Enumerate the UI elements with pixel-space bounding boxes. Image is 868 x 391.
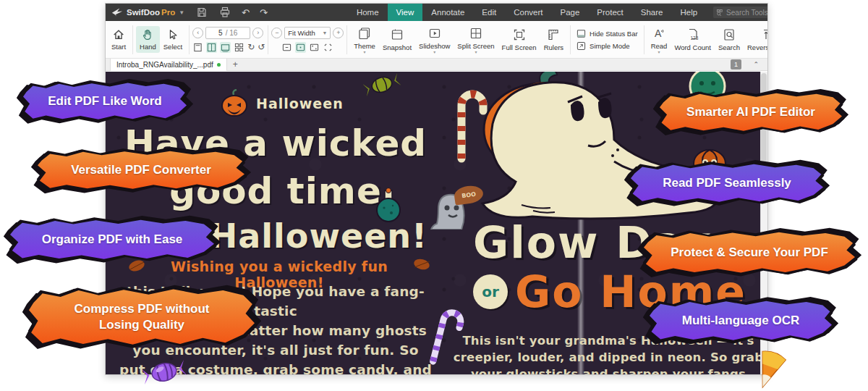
theme-button[interactable]: Theme▾ — [350, 24, 379, 56]
zoom-out-button[interactable]: − — [271, 28, 282, 38]
rulers-icon — [546, 28, 561, 42]
menu-protect[interactable]: Protect — [588, 4, 631, 21]
app-logo-icon — [111, 7, 123, 17]
search-tools-placeholder: Search Tools — [726, 9, 767, 17]
simple-mode-toggle[interactable]: Simple Mode — [576, 41, 638, 51]
word-count-button[interactable]: 123 Word Count — [671, 25, 715, 54]
two-page-view-icon[interactable] — [206, 42, 217, 53]
menu-home[interactable]: Home — [348, 4, 388, 21]
rulers-button[interactable]: Rulers — [540, 25, 567, 54]
hand-icon — [141, 28, 154, 41]
brand-name: SwifDooPro — [127, 8, 175, 17]
prev-page-button[interactable]: ‹ — [192, 28, 203, 38]
zoom-in-button[interactable]: + — [333, 28, 344, 38]
or-circle: or — [473, 274, 508, 309]
brand-dropdown-caret[interactable]: ▼ — [179, 9, 184, 16]
title-bar: SwifDooPro ▼ ↶ ↷ Home View Annotate Edit… — [106, 4, 767, 21]
read-icon: A — [652, 26, 666, 41]
page-current: 5 — [218, 29, 223, 37]
undo-icon[interactable]: ↶ — [242, 7, 250, 18]
snapshot-icon — [390, 28, 404, 42]
hide-status-bar-toggle[interactable]: Hide Status Bar — [576, 29, 638, 38]
rotate-left-icon[interactable]: ↺ — [258, 42, 265, 53]
brand-edition: Pro — [161, 8, 175, 17]
page-number-box[interactable]: 5 / 16 — [205, 27, 250, 39]
banner-compress-pdf: Compress PDF without Losing Quality — [29, 287, 255, 347]
tab-bar: Introba_RNGAvailability_...pdf + 1 ⌃ — [106, 59, 767, 71]
search-tools-icon — [717, 9, 723, 16]
split-screen-button[interactable]: Split Screen▾ — [454, 24, 498, 56]
banner-organize-pdf: Organize PDF with Ease — [10, 219, 214, 261]
actual-size-icon[interactable] — [281, 42, 292, 53]
search-button[interactable]: Search — [715, 25, 744, 54]
banner-protect-pdf: Protect & Secure Your PDF — [644, 231, 855, 274]
banner-label: Multi-language OCR — [671, 313, 811, 329]
purple-candy-icon — [142, 356, 187, 388]
leaf-icon-right — [412, 257, 431, 272]
split-screen-icon — [469, 26, 483, 41]
potion-bottle-icon — [373, 188, 404, 225]
single-page-view-icon[interactable] — [192, 42, 203, 53]
banner-read-pdf: Read PDF Seamlessly — [631, 163, 823, 203]
banner-label: Organize PDF with Ease — [30, 232, 195, 248]
menu-page[interactable]: Page — [551, 4, 588, 21]
banner-label: Versatile PDF Converter — [59, 162, 223, 178]
page-total: / 16 — [226, 29, 238, 37]
banner-label: Read PDF Seamlessly — [651, 175, 803, 191]
zoom-select[interactable]: Fit Width ▼ — [284, 27, 331, 39]
word-count-icon: 123 — [686, 28, 700, 42]
theme-icon — [357, 26, 372, 41]
rotate-right-icon[interactable]: ↻ — [247, 42, 255, 53]
reverse-view-icon — [761, 28, 767, 42]
hand-tool-button[interactable]: Hand — [136, 26, 160, 53]
hide-status-bar-icon — [576, 29, 586, 38]
menu-edit[interactable]: Edit — [473, 4, 505, 21]
redo-icon[interactable]: ↷ — [260, 7, 268, 18]
fit-page-icon[interactable] — [309, 42, 320, 53]
collapse-toolbar-chevron[interactable]: ⌃ — [753, 59, 759, 70]
snapshot-button[interactable]: Snapshot — [379, 25, 415, 54]
menu-view[interactable]: View — [388, 4, 423, 21]
full-screen-icon — [512, 28, 527, 42]
print-icon[interactable] — [219, 7, 231, 18]
document-tab[interactable]: Introba_RNGAvailability_...pdf — [110, 59, 227, 71]
banner-label: Compress PDF without Losing Quality — [51, 301, 232, 333]
saved-indicator-dot — [217, 63, 221, 67]
search-doc-icon — [722, 28, 736, 42]
slideshow-button[interactable]: Slideshow▾ — [415, 24, 454, 56]
menu-share[interactable]: Share — [632, 4, 672, 21]
candy-corn-icon — [751, 350, 787, 390]
banner-label: Edit PDF Like Word — [36, 93, 173, 109]
slideshow-icon — [427, 26, 442, 41]
menu-convert[interactable]: Convert — [505, 4, 551, 21]
poster-brand: Halloween — [256, 96, 344, 112]
view-toolbar: Start Hand Select ‹ 5 / 16 › — [106, 21, 767, 59]
save-icon[interactable] — [196, 7, 208, 18]
page-navigation-group: ‹ 5 / 16 › ↻ ↺ — [192, 27, 265, 53]
fit-visible-icon[interactable] — [323, 42, 333, 53]
select-tool-button[interactable]: Select — [160, 26, 186, 53]
banner-label: Protect & Secure Your PDF — [659, 245, 840, 261]
svg-text:123: 123 — [690, 35, 698, 41]
start-button[interactable]: Start — [108, 26, 129, 53]
banner-multilanguage-ocr: Multi-language OCR — [650, 300, 832, 342]
banner-versatile-converter: Versatile PDF Converter — [38, 150, 244, 190]
book-view-icon[interactable] — [220, 42, 231, 53]
fit-width-icon[interactable] — [295, 42, 306, 53]
menu-help[interactable]: Help — [671, 4, 706, 21]
tab-title: Introba_RNGAvailability_...pdf — [116, 61, 213, 69]
full-screen-button[interactable]: Full Screen — [498, 25, 540, 54]
grid-view-icon[interactable] — [234, 42, 244, 53]
search-tools-box[interactable]: Search Tools — [713, 7, 767, 18]
svg-text:A: A — [655, 28, 662, 39]
banner-edit-pdf: Edit PDF Like Word — [23, 82, 187, 121]
zoom-value: Fit Width — [288, 29, 315, 37]
reverse-view-button[interactable]: Reverse View — [744, 25, 767, 54]
menu-annotate[interactable]: Annotate — [422, 4, 473, 21]
banner-label: Smarter AI PDF Editor — [675, 104, 827, 120]
small-pumpkin-logo-icon — [219, 89, 250, 118]
new-tab-button[interactable]: + — [227, 59, 244, 70]
read-mode-button[interactable]: A Read▾ — [647, 24, 671, 56]
next-page-button[interactable]: › — [252, 28, 263, 38]
page-badge: 1 — [731, 59, 741, 70]
